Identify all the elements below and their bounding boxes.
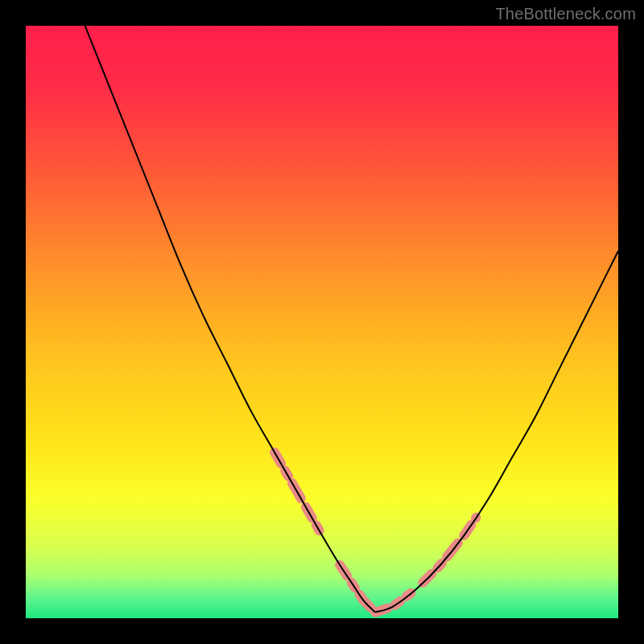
curve-layer bbox=[26, 26, 618, 618]
highlight-segments bbox=[275, 452, 476, 613]
watermark-text: TheBottleneck.com bbox=[495, 5, 636, 23]
chart-frame: TheBottleneck.com bbox=[0, 0, 644, 644]
highlight-segment bbox=[375, 593, 411, 613]
highlight-segment bbox=[423, 518, 476, 583]
plot-area bbox=[26, 26, 618, 618]
left-curve bbox=[85, 26, 376, 613]
right-curve bbox=[375, 251, 618, 613]
